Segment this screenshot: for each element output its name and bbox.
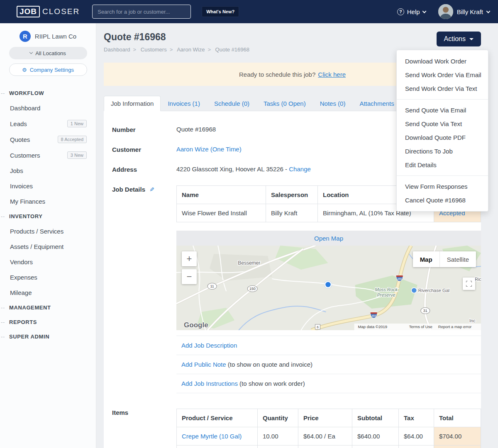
sidebar-item-quotes[interactable]: Quotes 8 Accepted: [0, 131, 96, 147]
user-name: Billy Kraft: [457, 8, 483, 15]
avatar: [438, 4, 453, 19]
fullscreen-icon: [466, 281, 472, 287]
sidebar-item-customers[interactable]: Customers 3 New: [0, 147, 96, 163]
sidebar-item-vendors[interactable]: Vendors: [0, 254, 96, 270]
chevron-down-icon: [486, 9, 491, 13]
svg-text:31: 31: [423, 309, 427, 313]
map-label-edge-1: Ric: [475, 277, 481, 282]
menu-divider: [397, 99, 488, 100]
terms-of-use-link[interactable]: Terms of Use: [409, 324, 432, 329]
company-name: RIIPL Lawn Co: [35, 33, 76, 40]
menu-item-download-quote-pdf[interactable]: Download Quote PDF: [397, 131, 488, 144]
company-logo: R: [20, 31, 31, 42]
sidebar-item-label: Assets / Equipment: [10, 243, 63, 250]
sidebar-item-assets-equipment[interactable]: Assets / Equipment: [0, 239, 96, 254]
user-menu[interactable]: Billy Kraft: [438, 4, 490, 19]
tab-invoices[interactable]: Invoices (1): [161, 96, 207, 111]
section-reports[interactable]: REPORTS: [0, 315, 96, 329]
zoom-in-button[interactable]: +: [182, 251, 197, 266]
sidebar: R RIIPL Lawn Co All Locations ⚙ Company …: [0, 23, 96, 448]
items-row: Items Product / Service Quantity Price S…: [112, 399, 481, 448]
locations-dropdown[interactable]: All Locations: [9, 47, 87, 59]
sidebar-item-jobs[interactable]: Jobs: [0, 163, 96, 178]
items-header-total: Total: [434, 409, 481, 427]
menu-item-edit-details[interactable]: Edit Details: [397, 158, 488, 172]
breadcrumb-customer[interactable]: Aaron Wize: [177, 46, 214, 53]
job-detail-links: Add Job Description Add Public Note (to …: [176, 336, 481, 393]
map-label-edge-2: Inc: [469, 318, 476, 323]
help-menu[interactable]: ? Help: [397, 8, 426, 15]
address-change-link[interactable]: Change: [289, 166, 311, 173]
satellite-view-button[interactable]: Satellite: [439, 251, 476, 267]
menu-item-download-work-order[interactable]: Download Work Order: [397, 54, 488, 68]
svg-text:6: 6: [317, 325, 319, 329]
sidebar-item-expenses[interactable]: Expenses: [0, 270, 96, 285]
menu-item-send-quote-text[interactable]: Send Quote Via Text: [397, 117, 488, 131]
item-quantity: 3.00: [258, 446, 298, 448]
schedule-click-here-link[interactable]: Click here: [318, 71, 346, 78]
section-super-admin[interactable]: SUPER ADMIN: [0, 329, 96, 344]
menu-item-directions-to-job[interactable]: Directions To Job: [397, 144, 488, 158]
item-price: $64.00 / Ea: [298, 427, 352, 446]
sidebar-item-products-services[interactable]: Products / Services: [0, 224, 96, 239]
logo-job: JOB: [17, 6, 40, 17]
item-quantity: 10.00: [258, 427, 298, 446]
app-logo[interactable]: JOB CLOSER: [17, 6, 80, 17]
open-map-link[interactable]: Open Map: [314, 235, 343, 242]
poi-pin-icon[interactable]: [411, 288, 417, 293]
nav-badge: 8 Accepted: [58, 136, 87, 143]
banner-text: Ready to schedule this job?: [239, 71, 315, 78]
breadcrumb-customers[interactable]: Customers: [141, 46, 176, 53]
sidebar-item-dashboard[interactable]: Dashboard: [0, 100, 96, 116]
items-header-tax: Tax: [399, 409, 434, 427]
section-inventory[interactable]: INVENTORY: [0, 209, 96, 224]
map-view-button[interactable]: Map: [413, 251, 439, 267]
add-job-description-link[interactable]: Add Job Description: [181, 342, 237, 349]
menu-item-send-quote-email[interactable]: Send Quote Via Email: [397, 103, 488, 117]
jd-header-salesperson: Salesperson: [266, 186, 318, 204]
report-map-error-link[interactable]: Report a map error: [438, 324, 471, 329]
menu-item-view-form-responses[interactable]: View Form Responses: [397, 180, 488, 193]
tab-schedule[interactable]: Schedule (0): [207, 96, 256, 111]
search-input[interactable]: [92, 5, 191, 19]
route-badge-11: 11: [208, 283, 217, 290]
address-value: 4220 Glasscott Xing, Hoover AL 35226 -: [176, 166, 287, 173]
route-badge-150: 150: [247, 286, 257, 292]
menu-item-send-work-order-email[interactable]: Send Work Order Via Email: [397, 68, 488, 82]
gear-icon: ⚙: [22, 67, 27, 73]
items-header-subtotal: Subtotal: [352, 409, 399, 427]
edit-pencil-icon[interactable]: ✎: [149, 186, 154, 193]
caret-down-icon: [469, 38, 474, 40]
breadcrumb-dashboard[interactable]: Dashboard: [104, 46, 139, 53]
section-workflow[interactable]: WORKFLOW: [0, 86, 96, 100]
actions-button[interactable]: Actions: [437, 32, 481, 46]
company-header[interactable]: R RIIPL Lawn Co: [0, 31, 96, 42]
map-marker-icon[interactable]: [325, 282, 331, 288]
sidebar-item-leads[interactable]: Leads 1 New: [0, 116, 96, 131]
add-job-instructions-link[interactable]: Add Job Instructions: [181, 380, 238, 387]
sidebar-item-label: Mileage: [10, 289, 32, 296]
section-management[interactable]: MANAGEMENT: [0, 300, 96, 315]
map-container: Bessemer Moss Rock Preserve Riverchase G…: [176, 246, 481, 330]
actions-label: Actions: [444, 35, 466, 43]
company-settings-button[interactable]: ⚙ Company Settings: [9, 63, 87, 76]
tab-tasks[interactable]: Tasks (0 Open): [256, 96, 313, 111]
tab-job-information[interactable]: Job Information: [104, 96, 161, 111]
sidebar-item-my-finances[interactable]: My Finances: [0, 194, 96, 209]
fullscreen-button[interactable]: [463, 278, 475, 290]
item-subtotal: $85.50: [352, 446, 399, 448]
customer-link[interactable]: Aaron Wize (One Time): [176, 146, 242, 153]
sidebar-item-invoices[interactable]: Invoices: [0, 178, 96, 194]
nav-badge: 3 New: [67, 151, 87, 159]
zoom-out-button[interactable]: −: [182, 269, 197, 284]
map-attribution: Map data ©2019: [358, 324, 387, 329]
whats-new-button[interactable]: What's New?: [202, 6, 239, 17]
menu-item-send-work-order-text[interactable]: Send Work Order Via Text: [397, 82, 488, 95]
add-public-note-link[interactable]: Add Public Note: [181, 361, 226, 368]
help-label: Help: [407, 8, 420, 15]
menu-item-cancel-quote[interactable]: Cancel Quote #16968: [397, 193, 488, 207]
product-link[interactable]: Crepe Myrtle (10 Gal): [182, 433, 242, 440]
tab-notes[interactable]: Notes (0): [313, 96, 353, 111]
sidebar-item-mileage[interactable]: Mileage: [0, 285, 96, 300]
company-settings-label: Company Settings: [30, 67, 74, 73]
